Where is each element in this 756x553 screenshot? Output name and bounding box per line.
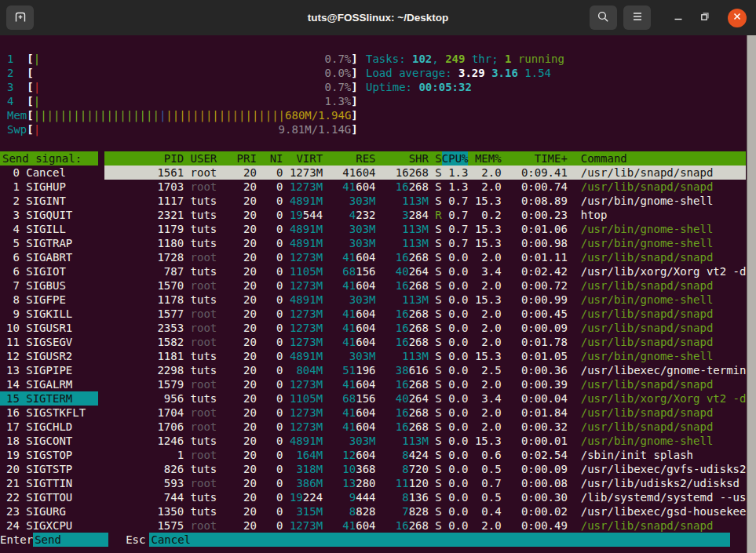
minimize-button[interactable] <box>668 8 688 28</box>
restore-button[interactable] <box>695 8 715 28</box>
process-row-pid-1178[interactable]: 1178tuts2004891M303M113MS0.015.30:00.99/… <box>104 293 746 307</box>
header-cell-mem[interactable]: MEM% <box>468 151 501 166</box>
header-cell-virt[interactable]: VIRT <box>283 151 323 166</box>
process-row-pid-1179[interactable]: 1179tuts2004891M303M113MS0.715.30:01.06/… <box>104 222 746 236</box>
search-button[interactable] <box>590 5 617 30</box>
cpu3-meter-label: 3 <box>7 80 27 94</box>
esc-key-label: Esc <box>126 533 145 547</box>
signal-item-sigurg[interactable]: 23SIGURG <box>0 504 104 518</box>
signal-item-sigsegv[interactable]: 11SIGSEGV <box>0 335 104 349</box>
process-row-pid-1706[interactable]: 1706root2001273M4160416268S0.02.00:00.32… <box>104 420 746 434</box>
memory-meter-value: 680M/1.94G <box>285 108 351 122</box>
process-row-pid-593[interactable]: 593root200386M1328011120S0.00.70:00.08/u… <box>104 476 746 490</box>
header-cell-command[interactable]: Command <box>581 151 627 166</box>
signal-item-sigtstp[interactable]: 20SIGTSTP <box>0 462 104 476</box>
window-titlebar: tuts@FOSSlinux: ~/Desktop <box>0 0 756 35</box>
new-tab-button[interactable] <box>6 5 34 30</box>
process-row-pid-1[interactable]: 1root200164M126048424S0.00.60:02.54/sbin… <box>104 448 746 462</box>
process-row-pid-1577[interactable]: 1577root2001273M4160416268S0.02.00:00.45… <box>104 307 746 321</box>
process-row-pid-1246[interactable]: 1246tuts2004891M303M113MS0.015.30:00.01/… <box>104 434 746 448</box>
signal-item-sigill[interactable]: 4SIGILL <box>0 222 104 236</box>
cpu4-meter-label: 4 <box>7 94 27 108</box>
swap-meter-label: Swp <box>7 122 27 136</box>
terminal-window: 1[|0.7%]2[0.0%]3[|0.7%]4[|1.3%]Mem[|||||… <box>0 35 756 553</box>
minimize-icon <box>673 11 684 24</box>
cpu1-meter-value: 0.7% <box>325 52 352 66</box>
process-row-pid-1117[interactable]: 1117tuts2004891M303M113MS0.715.30:08.89/… <box>104 194 746 208</box>
process-row-pid-1703[interactable]: 1703root2001273M4160416268S1.32.00:00.74… <box>104 180 746 194</box>
cancel-button[interactable]: Cancel <box>149 533 730 547</box>
signal-item-sigstkflt[interactable]: 16SIGSTKFLT <box>0 406 104 420</box>
htop-header: 1[|0.7%]2[0.0%]3[|0.7%]4[|1.3%]Mem[|||||… <box>0 35 746 136</box>
header-cell-shr[interactable]: SHR <box>376 151 429 166</box>
cpu1-meter: 1[|0.7%] <box>7 52 358 66</box>
send-button[interactable]: Send <box>33 533 108 547</box>
signal-item-cancel[interactable]: 0Cancel <box>0 166 104 180</box>
header-cell-pri[interactable]: PRI <box>230 151 257 166</box>
tasks-summary: Tasks: 102, 249 thr; 1 running <box>366 52 564 66</box>
header-cell-res[interactable]: RES <box>323 151 375 166</box>
close-button[interactable] <box>728 9 747 27</box>
process-row-pid-1181[interactable]: 1181tuts2004891M303M113MS0.015.30:01.05/… <box>104 349 746 363</box>
signal-menu-title: Send signal: <box>0 151 98 166</box>
signal-item-sigterm[interactable]: 15SIGTERM <box>0 391 98 406</box>
signal-item-sigcont[interactable]: 18SIGCONT <box>0 434 104 448</box>
process-table: PIDUSERPRINIVIRTRESSHRSCPU%MEM%TIME+Comm… <box>104 151 746 533</box>
process-row-pid-1579[interactable]: 1579root2001273M4160416268S0.02.00:00.39… <box>104 377 746 391</box>
process-row-pid-1704[interactable]: 1704root2001273M4160416268S0.02.00:01.84… <box>104 406 746 420</box>
process-row-pid-956[interactable]: 956tuts2001105M6815640264S0.03.40:00.04/… <box>104 391 746 406</box>
signal-item-sigkill[interactable]: 9SIGKILL <box>0 307 104 321</box>
process-row-pid-787[interactable]: 787tuts2001105M6815640264S0.03.40:02.42/… <box>104 264 746 278</box>
signal-item-sigxcpu[interactable]: 24SIGXCPU <box>0 518 104 533</box>
process-row-pid-1180[interactable]: 1180tuts2004891M303M113MS0.715.30:00.98/… <box>104 236 746 250</box>
header-cell-time[interactable]: TIME+ <box>502 151 568 166</box>
signal-item-sigtrap[interactable]: 5SIGTRAP <box>0 236 104 250</box>
memory-meter-label: Mem <box>7 108 27 122</box>
process-row-pid-1561[interactable]: 1561root2001273M4160416268S1.32.00:09.41… <box>104 166 746 180</box>
signal-item-sigint[interactable]: 2SIGINT <box>0 194 104 208</box>
process-row-pid-1575[interactable]: 1575root2001273M4160416268S0.02.00:00.49… <box>104 518 746 533</box>
signal-item-sigusr2[interactable]: 12SIGUSR2 <box>0 349 104 363</box>
signal-item-sigiot[interactable]: 6SIGIOT <box>0 264 104 278</box>
signal-item-sigpipe[interactable]: 13SIGPIPE <box>0 363 104 377</box>
process-row-pid-2298[interactable]: 2298tuts200804M5119638616S0.02.50:00.36/… <box>104 363 746 377</box>
signal-item-sigusr1[interactable]: 10SIGUSR1 <box>0 321 104 335</box>
system-summary: Tasks: 102, 249 thr; 1 runningLoad avera… <box>366 52 564 136</box>
signal-item-sigfpe[interactable]: 8SIGFPE <box>0 293 104 307</box>
signal-item-sigchld[interactable]: 17SIGCHLD <box>0 420 104 434</box>
header-cell-pid[interactable]: PID <box>104 151 184 166</box>
signal-item-sigabrt[interactable]: 6SIGABRT <box>0 250 104 264</box>
header-cell-ni[interactable]: NI <box>257 151 283 166</box>
menu-button[interactable] <box>623 5 651 30</box>
cpu2-meter-value: 0.0% <box>325 66 352 80</box>
header-cell-s[interactable]: S <box>429 151 442 166</box>
header-cell-cpu[interactable]: CPU% <box>442 151 469 166</box>
signal-item-sigalrm[interactable]: 14SIGALRM <box>0 377 104 391</box>
function-bar: EnterSendEscCancel <box>0 533 746 547</box>
signal-item-sighup[interactable]: 1SIGHUP <box>0 180 104 194</box>
search-icon <box>597 10 610 26</box>
process-row-pid-1350[interactable]: 1350tuts200315M88287828S0.00.40:00.02/us… <box>104 504 746 518</box>
signal-item-sigttin[interactable]: 21SIGTTIN <box>0 476 104 490</box>
process-row-pid-2321[interactable]: 2321tuts2001954442323284R0.70.20:00.23ht… <box>104 208 746 222</box>
process-row-pid-1582[interactable]: 1582root2001273M4160416268S0.02.00:01.78… <box>104 335 746 349</box>
process-row-pid-826[interactable]: 826tuts200318M103688720S0.00.50:00.09/us… <box>104 462 746 476</box>
signal-item-sigttou[interactable]: 22SIGTTOU <box>0 490 104 504</box>
process-row-pid-1570[interactable]: 1570root2001273M4160416268S0.02.00:00.72… <box>104 278 746 293</box>
cpu4-meter-value: 1.3% <box>325 94 352 108</box>
terminal-scrollbar[interactable] <box>747 35 756 553</box>
process-row-pid-1728[interactable]: 1728root2001273M4160416268S0.02.00:01.11… <box>104 250 746 264</box>
signal-item-sigstop[interactable]: 19SIGSTOP <box>0 448 104 462</box>
header-cell-user[interactable]: USER <box>191 151 231 166</box>
cpu1-meter-label: 1 <box>7 52 27 66</box>
process-table-header: PIDUSERPRINIVIRTRESSHRSCPU%MEM%TIME+Comm… <box>104 151 746 166</box>
new-tab-icon <box>13 10 27 26</box>
signal-item-sigquit[interactable]: 3SIGQUIT <box>0 208 104 222</box>
signal-item-sigbus[interactable]: 7SIGBUS <box>0 278 104 293</box>
uptime: Uptime: 00:05:32 <box>366 80 564 94</box>
process-row-pid-2353[interactable]: 2353root2001273M4160416268S0.02.00:00.09… <box>104 321 746 335</box>
hamburger-menu-icon <box>631 11 644 24</box>
process-row-pid-744[interactable]: 744tuts2001922494448136S0.00.50:00.30/li… <box>104 490 746 504</box>
system-meters: 1[|0.7%]2[0.0%]3[|0.7%]4[|1.3%]Mem[|||||… <box>0 52 358 136</box>
close-icon <box>732 12 742 24</box>
